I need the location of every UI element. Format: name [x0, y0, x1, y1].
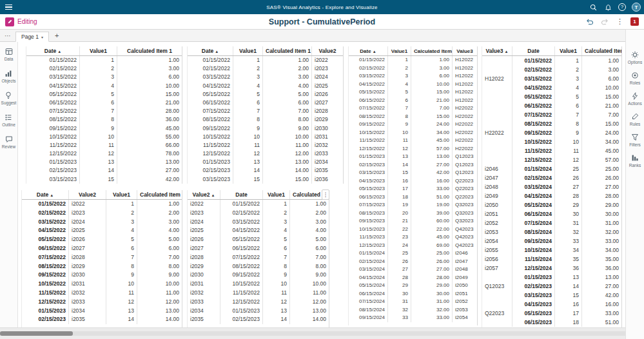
- column-header[interactable]: Date: [512, 46, 554, 55]
- table-row[interactable]: 06/15/2022621.00: [26, 99, 182, 107]
- table-row[interactable]: i202201/15/202211.00: [188, 200, 329, 209]
- table-row[interactable]: i204601/15/20242525.00: [482, 164, 621, 173]
- column-header[interactable]: Date▲: [26, 46, 79, 55]
- table-row[interactable]: 11/15/20221111.00i2032: [188, 141, 343, 150]
- table-row[interactable]: 08/15/20243232.00i2053: [349, 306, 477, 315]
- panel-item-ranks[interactable]: Ranks: [629, 153, 641, 168]
- table-row[interactable]: 12/15/20232469.00Q42023: [349, 242, 477, 250]
- table-row[interactable]: 05/15/2022515.00H12022: [349, 88, 477, 97]
- table-row[interactable]: 02/15/202223.00: [26, 64, 182, 73]
- table-row[interactable]: 02/15/2023i20351414.00: [22, 315, 182, 324]
- table-row[interactable]: 09/15/2022945.00: [26, 124, 182, 133]
- table-row[interactable]: 02/15/20231414.00i2035: [188, 166, 343, 175]
- table-row[interactable]: i205712/15/20243636.00: [482, 264, 621, 273]
- table-row[interactable]: 05/15/2022515.00: [482, 92, 621, 101]
- column-header[interactable]: Value1: [106, 190, 137, 199]
- table-row[interactable]: 01/15/20242525.00i2046: [349, 249, 477, 258]
- column-header[interactable]: Value2: [311, 46, 343, 55]
- table-row[interactable]: 04/15/2022i202544.00: [22, 226, 182, 235]
- column-header[interactable]: Value1: [79, 46, 117, 55]
- user-avatar[interactable]: T: [632, 3, 641, 12]
- search-icon[interactable]: [589, 3, 598, 12]
- table-row[interactable]: 09/15/20232160.00Q32023: [349, 217, 477, 226]
- table-row[interactable]: i202605/15/202255.00: [188, 235, 329, 244]
- table-row[interactable]: 03/15/20231515.00i2036: [188, 175, 343, 184]
- panel-item-filters[interactable]: Filters: [629, 133, 641, 147]
- table-row[interactable]: i205005/15/20242929.00: [482, 200, 621, 209]
- column-header[interactable]: Value1: [262, 190, 289, 199]
- table-row[interactable]: 03/15/20231542.00: [482, 291, 621, 300]
- table-row[interactable]: 04/15/202244.00i2025: [188, 82, 343, 90]
- table-row[interactable]: 08/15/202288.00i2029: [188, 115, 343, 124]
- horizontal-scrollbar-track[interactable]: [0, 331, 625, 336]
- table-row[interactable]: 07/15/202277.00i2028: [188, 107, 343, 115]
- column-header[interactable]: Date▲: [188, 46, 233, 55]
- table-row[interactable]: 10/15/20221034.00H22022: [349, 129, 477, 137]
- table-row[interactable]: 12/15/20221257.00H22022: [349, 145, 477, 153]
- table-row[interactable]: 11/15/20232345.00Q42023: [349, 233, 477, 242]
- column-header[interactable]: Date▲: [22, 190, 68, 199]
- table-row[interactable]: 12/15/20221278.00: [26, 150, 182, 158]
- column-header[interactable]: Value1: [554, 46, 581, 55]
- table-row[interactable]: i202504/15/202244.00: [188, 226, 329, 235]
- table-row[interactable]: 06/15/2022621.00: [482, 101, 621, 110]
- table-grouped-by-value3[interactable]: Value3▲DateValue1Calculated Item 101/15/…: [482, 46, 622, 327]
- table-row[interactable]: H1202203/15/202236.00: [482, 74, 621, 83]
- table-row[interactable]: 11/15/20221166.00: [26, 141, 182, 150]
- table-cumulative-with-value2[interactable]: Date▲Value1Calculated Item 1Value201/15/…: [187, 46, 344, 184]
- table-row[interactable]: 02/15/2022i202322.00: [22, 209, 182, 218]
- table-row[interactable]: 02/15/20231427.00Q12023: [349, 161, 477, 170]
- table-row[interactable]: 01/15/20231313.00: [26, 158, 182, 166]
- table-row[interactable]: 03/15/20231542.00: [26, 175, 182, 184]
- column-header[interactable]: Value3: [452, 46, 477, 55]
- column-header[interactable]: Calculated Item 1: [581, 46, 621, 55]
- table-row[interactable]: 06/15/20231851.00Q22023: [349, 193, 477, 202]
- table-row[interactable]: 02/15/202223.00H12022: [349, 64, 477, 73]
- table-row[interactable]: 10/15/20232222.00Q42023: [349, 226, 477, 234]
- sidebar-item-suggest[interactable]: Suggest: [1, 91, 17, 105]
- table-row[interactable]: i202403/15/202233.00: [188, 218, 329, 227]
- table-row[interactable]: 02/15/20242626.00i2047: [349, 258, 477, 266]
- table-row[interactable]: i204803/15/20242727.00: [482, 182, 621, 191]
- table-row[interactable]: 12/15/20221257.00: [482, 155, 621, 164]
- column-header[interactable]: Calculated Item 1: [117, 46, 182, 55]
- table-row[interactable]: i202908/15/202288.00: [188, 262, 329, 271]
- table-row[interactable]: 09/15/20243333.00i2054: [349, 314, 477, 322]
- table-row[interactable]: 07/15/202277.00H22022: [349, 104, 477, 113]
- table-row[interactable]: i204904/15/20242828.00: [482, 191, 621, 200]
- table-row[interactable]: 03/15/2022i202433.00: [22, 218, 182, 227]
- table-row[interactable]: i202706/15/202266.00: [188, 244, 329, 253]
- sidebar-item-data[interactable]: Data: [5, 47, 14, 61]
- table-row[interactable]: 01/15/20231313.00Q12023: [349, 153, 477, 161]
- app-menu-icon[interactable]: [0, 0, 17, 14]
- table-row[interactable]: i202302/15/202222.00: [188, 209, 329, 218]
- column-header[interactable]: Date▲: [349, 46, 387, 55]
- table-row[interactable]: 07/15/202277.00: [482, 110, 621, 119]
- table-row[interactable]: 08/15/2022815.00: [482, 119, 621, 128]
- table-row[interactable]: i203401/15/20231313.00: [188, 307, 329, 316]
- table-row[interactable]: 12/15/20221212.00i2033: [188, 150, 343, 158]
- table-row[interactable]: 03/15/202236.00H12022: [349, 72, 477, 81]
- table-row[interactable]: 04/15/2022410.00H12022: [349, 81, 477, 89]
- table-row[interactable]: 03/15/202233.00i2024: [188, 73, 343, 81]
- column-header[interactable]: Value1: [233, 46, 262, 55]
- object-menu-kebab-icon[interactable]: ⋮: [322, 189, 329, 200]
- table-row[interactable]: 07/15/20231919.00Q32023: [349, 201, 477, 209]
- table-row[interactable]: 03/15/20231542.00Q12023: [349, 169, 477, 177]
- table-row[interactable]: i205409/15/20243333.00: [482, 237, 621, 246]
- table-row[interactable]: 10/15/20221055.00: [26, 133, 182, 141]
- table-row[interactable]: 02/15/202222.00i2023: [188, 64, 343, 73]
- column-header[interactable]: Calculated Item 1: [137, 190, 182, 199]
- table-row[interactable]: 07/15/2022i202877.00: [22, 253, 182, 262]
- table-row[interactable]: 05/15/20242929.00i2050: [349, 282, 477, 290]
- notifications-bell-icon[interactable]: [603, 3, 612, 12]
- table-row[interactable]: 04/15/20231616.00: [482, 300, 621, 309]
- panel-item-roles[interactable]: Roles: [630, 71, 641, 85]
- column-header[interactable]: Calculated Item 1: [262, 46, 311, 55]
- redo-icon[interactable]: [601, 17, 609, 26]
- table-row[interactable]: Q2202305/15/20231733.00: [482, 309, 621, 318]
- table-row[interactable]: i204702/15/20242626.00: [482, 173, 621, 182]
- table-row[interactable]: i203502/15/20231414.00: [188, 315, 329, 324]
- table-row[interactable]: i205207/15/20243131.00: [482, 218, 621, 228]
- table-row[interactable]: 01/15/20231313.00: [482, 273, 621, 282]
